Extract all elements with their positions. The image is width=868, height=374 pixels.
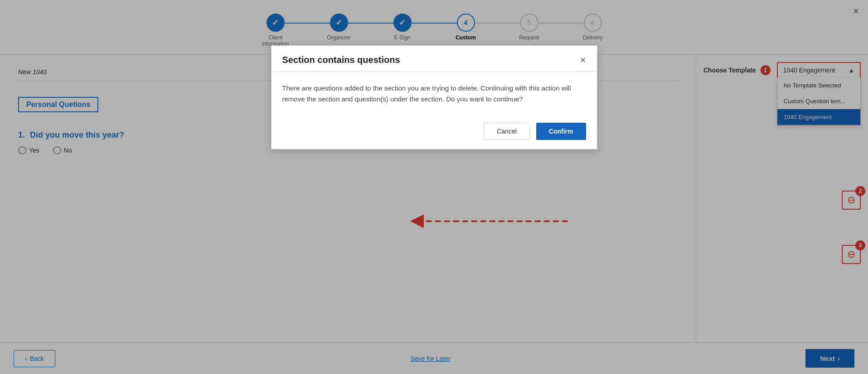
- modal-close-button[interactable]: ×: [580, 55, 586, 65]
- modal-close-icon: ×: [580, 54, 586, 66]
- modal-footer: Cancel Confirm: [272, 115, 597, 149]
- modal-title: Section contains questions: [282, 55, 400, 65]
- modal-body-text: There are questions added to the section…: [282, 84, 571, 103]
- modal-body: There are questions added to the section…: [272, 72, 597, 115]
- main-container: ✓ ClientInformation ✓ Organizer ✓ E-Sign: [0, 0, 868, 374]
- modal-overlay[interactable]: Section contains questions × There are q…: [0, 0, 868, 374]
- modal-dialog: Section contains questions × There are q…: [271, 45, 597, 149]
- modal-header: Section contains questions ×: [272, 46, 597, 72]
- cancel-button[interactable]: Cancel: [484, 123, 530, 140]
- cancel-label: Cancel: [497, 128, 517, 135]
- confirm-label: Confirm: [549, 128, 573, 135]
- confirm-button[interactable]: Confirm: [536, 123, 586, 140]
